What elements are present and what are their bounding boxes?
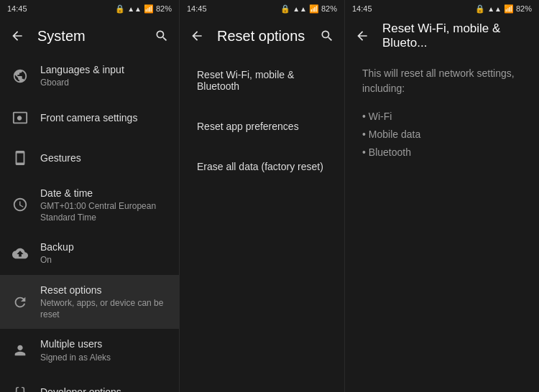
front-camera-text: Front camera settings: [40, 111, 167, 124]
top-bar-1: System: [0, 17, 179, 55]
panel-3-content: This will reset all network settings, in…: [345, 55, 539, 392]
lock-icon-2: 🔒: [280, 4, 290, 14]
reset-app-item[interactable]: Reset app preferences: [180, 106, 344, 146]
wifi-icon-3: 📶: [504, 4, 514, 14]
factory-reset-item[interactable]: Erase all data (factory reset): [180, 146, 344, 187]
date-time-title: Date & time: [40, 187, 167, 200]
sidebar-item-reset-options[interactable]: Reset options Network, apps, or device c…: [0, 275, 179, 329]
globe-icon: [11, 67, 29, 85]
wifi-icon-2: 📶: [309, 4, 319, 14]
battery-icon-2: 82%: [321, 4, 337, 13]
panel-2-title: Reset options: [217, 28, 307, 45]
refresh-icon: [11, 294, 29, 311]
wifi-icon: 📶: [144, 4, 154, 14]
date-time-text: Date & time GMT+01:00 Central European S…: [40, 187, 167, 223]
reset-wifi-label: Reset Wi-Fi, mobile & Bluetooth: [197, 69, 327, 92]
languages-title: Languages & input: [40, 63, 167, 76]
front-camera-title: Front camera settings: [40, 111, 167, 124]
panel-reset-wifi: 14:45 🔒 ▲▲ 📶 82% Reset Wi-Fi, mobile & B…: [345, 0, 539, 392]
status-icons-1: 🔒 ▲▲ 📶 82%: [115, 4, 172, 14]
sidebar-item-backup[interactable]: Backup On: [0, 232, 179, 275]
developer-title: Developer options: [40, 386, 167, 392]
multiple-users-title: Multiple users: [40, 337, 167, 350]
search-button-1[interactable]: [153, 27, 170, 45]
brackets-icon: {}: [11, 383, 29, 392]
reset-wifi-item[interactable]: Reset Wi-Fi, mobile & Bluetooth: [180, 55, 344, 106]
list-item-bluetooth: Bluetooth: [362, 144, 522, 162]
factory-reset-label: Erase all data (factory reset): [197, 161, 327, 172]
sidebar-item-multiple-users[interactable]: Multiple users Signed in as Aleks: [0, 329, 179, 372]
top-bar-3: Reset Wi-Fi, mobile & Blueto...: [345, 17, 539, 55]
status-time-2: 14:45: [187, 4, 207, 13]
reset-description: This will reset all network settings, in…: [362, 66, 522, 96]
signal-icon-3: ▲▲: [487, 5, 502, 13]
status-bar-3: 14:45 🔒 ▲▲ 📶 82%: [345, 0, 539, 17]
settings-list-1: Languages & input Gboard Front camera se…: [0, 55, 179, 392]
status-bar-1: 14:45 🔒 ▲▲ 📶 82%: [0, 0, 179, 17]
list-item-wifi: Wi-Fi: [362, 108, 522, 126]
status-bar-2: 14:45 🔒 ▲▲ 📶 82%: [180, 0, 344, 17]
reset-options-title: Reset options: [40, 284, 167, 297]
camera-icon: [11, 109, 29, 126]
app-root: 14:45 🔒 ▲▲ 📶 82% System: [0, 0, 539, 392]
panel-reset-options: 14:45 🔒 ▲▲ 📶 82% Reset options: [180, 0, 345, 392]
back-button-1[interactable]: [9, 27, 26, 45]
languages-text: Languages & input Gboard: [40, 63, 167, 89]
panel-3-title: Reset Wi-Fi, mobile & Blueto...: [382, 22, 530, 50]
reset-options-subtitle: Network, apps, or device can be reset: [40, 298, 167, 320]
search-button-2[interactable]: [318, 27, 336, 45]
sidebar-item-languages[interactable]: Languages & input Gboard: [0, 55, 179, 98]
sidebar-item-date-time[interactable]: Date & time GMT+01:00 Central European S…: [0, 178, 179, 232]
signal-icon-2: ▲▲: [292, 5, 307, 13]
sidebar-item-front-camera[interactable]: Front camera settings: [0, 98, 179, 138]
gestures-title: Gestures: [40, 151, 167, 164]
reset-options-list: Reset Wi-Fi, mobile & Bluetooth Reset ap…: [180, 55, 344, 392]
status-time-3: 14:45: [352, 4, 372, 13]
status-time-1: 14:45: [7, 4, 27, 13]
network-list: Wi-Fi Mobile data Bluetooth: [362, 108, 522, 162]
developer-text: Developer options: [40, 386, 167, 392]
panel-system: 14:45 🔒 ▲▲ 📶 82% System: [0, 0, 180, 392]
back-button-2[interactable]: [188, 27, 206, 45]
signal-icon: ▲▲: [127, 5, 142, 13]
battery-icon: 82%: [156, 4, 172, 13]
cloud-icon: [11, 245, 29, 262]
gestures-text: Gestures: [40, 151, 167, 164]
multiple-users-subtitle: Signed in as Aleks: [40, 353, 167, 364]
backup-title: Backup: [40, 241, 167, 253]
backup-text: Backup On: [40, 241, 167, 266]
reset-app-label: Reset app preferences: [197, 121, 327, 132]
person-icon: [11, 342, 29, 359]
languages-subtitle: Gboard: [40, 78, 167, 89]
clock-icon: [11, 196, 29, 213]
status-icons-3: 🔒 ▲▲ 📶 82%: [475, 4, 532, 14]
sidebar-item-gestures[interactable]: Gestures: [0, 138, 179, 178]
gestures-icon: [11, 149, 29, 167]
panels-container: 14:45 🔒 ▲▲ 📶 82% System: [0, 0, 539, 392]
battery-icon-3: 82%: [516, 4, 532, 13]
date-time-subtitle: GMT+01:00 Central European Standard Time: [40, 201, 167, 223]
back-button-3[interactable]: [354, 27, 371, 45]
lock-icon: 🔒: [115, 4, 125, 14]
top-bar-2: Reset options: [180, 17, 344, 55]
panel-1-title: System: [37, 28, 142, 45]
lock-icon-3: 🔒: [475, 4, 485, 14]
backup-subtitle: On: [40, 255, 167, 266]
reset-options-text: Reset options Network, apps, or device c…: [40, 284, 167, 320]
status-icons-2: 🔒 ▲▲ 📶 82%: [280, 4, 337, 14]
multiple-users-text: Multiple users Signed in as Aleks: [40, 337, 167, 363]
sidebar-item-developer[interactable]: {} Developer options: [0, 372, 179, 392]
list-item-mobile: Mobile data: [362, 126, 522, 144]
